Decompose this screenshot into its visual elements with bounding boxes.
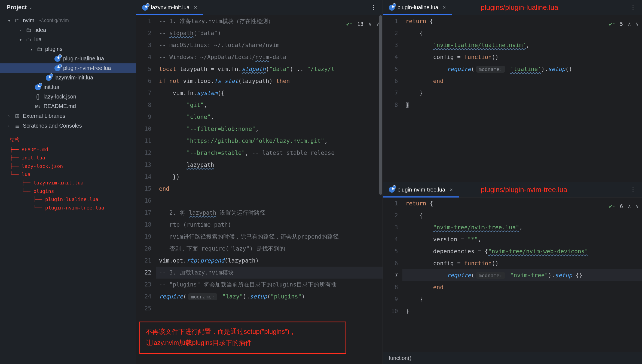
line-number[interactable]: 5 [383,245,398,257]
line-number[interactable]: 7 [136,87,151,99]
code-line[interactable]: { [406,209,642,221]
code-line[interactable]: lazypath [159,159,383,171]
code-line[interactable]: local lazypath = vim.fn.stdpath("data") … [159,63,383,75]
line-number[interactable]: 6 [383,75,398,87]
code-line[interactable]: "https://github.com/folke/lazy.nvim.git"… [159,135,383,147]
breadcrumb-bar[interactable]: function() [383,352,642,364]
editor-right-bottom[interactable]: ✔⁃ 6 ∧ ∨ 12345678910 return { { "nvim-tr… [383,198,642,364]
inspection-badge[interactable]: ✔⁃ 6 ∧ ∨ [609,200,639,212]
line-number[interactable]: 12 [136,147,151,159]
code-line[interactable]: -- [159,195,383,207]
close-icon[interactable]: × [450,187,453,193]
tree-item[interactable]: ›⊞External Libraries [0,111,136,121]
line-number[interactable]: 9 [383,293,398,305]
line-number[interactable]: 8 [383,281,398,293]
line-number[interactable]: 2 [383,209,398,221]
line-number[interactable]: 8 [383,99,398,111]
line-number[interactable]: 24 [136,291,151,303]
tree-arrow-icon[interactable]: ▾ [29,47,34,51]
line-number[interactable]: 1 [383,15,398,27]
code-line[interactable]: vim.opt.rtp:prepend(lazypath) [159,255,383,267]
line-number[interactable]: 17 [136,207,151,219]
line-number[interactable]: 7 [383,87,398,99]
line-number[interactable]: 22 [136,267,151,279]
code-line[interactable]: "--branch=stable", -- latest stable rele… [159,147,383,159]
tab-more-icon[interactable]: ⋮ [365,4,383,11]
project-tool-header[interactable]: Project ⌄ [0,0,136,15]
code-line[interactable]: if not vim.loop.fs_stat(lazypath) then [159,75,383,87]
tree-item[interactable]: ›≣Scratches and Consoles [0,121,136,131]
close-icon[interactable]: × [443,4,446,11]
code-line[interactable]: version = "*", [406,233,642,245]
code-line[interactable]: return { [406,198,642,209]
line-number[interactable]: 13 [136,159,151,171]
nav-up-icon[interactable]: ∧ [628,18,631,30]
code-line[interactable]: require(modname: "lazy").setup("plugins"… [159,291,383,303]
nav-up-icon[interactable]: ∧ [368,18,371,30]
close-icon[interactable]: × [194,4,197,11]
line-number[interactable]: 20 [136,243,151,255]
editor-left[interactable]: ✔⁃ 13 ∧ ∨ 123456789101112131415161718192… [136,15,383,364]
nav-down-icon[interactable]: ∨ [636,18,639,30]
code-line[interactable]: end [406,281,642,293]
editor-right-top[interactable]: ✔⁃ 5 ∧ ∨ 12345678 return { { 'nvim-luali… [383,15,642,182]
line-number[interactable]: 19 [136,231,151,243]
tree-item[interactable]: {}lazy-lock.json [0,92,136,101]
tree-item[interactable]: ▾🗀nvim ~/.config/nvim [0,16,136,25]
code-line[interactable]: "clone", [159,111,383,123]
line-number[interactable]: 23 [136,279,151,291]
tree-item[interactable]: plugin-nvim-tree.lua [0,63,136,73]
code-line[interactable]: config = function() [406,257,642,269]
inspection-badge[interactable]: ✔⁃ 13 ∧ ∨ [346,18,379,30]
line-number[interactable]: 14 [136,171,151,183]
line-number[interactable]: 8 [136,99,151,111]
code-line[interactable] [159,303,383,314]
tree-arrow-icon[interactable]: ▾ [18,38,23,42]
code-line[interactable]: -- nvim进行路径搜索的时候，除已有的路径，还会从prepend的路径 [159,231,383,243]
code-line[interactable]: } [406,305,642,317]
tree-item[interactable]: ▾🗀lua [0,35,136,44]
code-line[interactable]: require(modname: 'lualine').setup() [406,63,642,75]
line-number[interactable]: 4 [383,51,398,63]
line-number[interactable]: 1 [136,15,151,27]
code-line[interactable]: -- Windows: ~/AppData/Local/nvim-data [159,51,383,63]
tab-plugin-lualine[interactable]: plugin-lualine.lua × [383,0,452,15]
tree-item[interactable]: init.lua [0,82,136,92]
tab-more-icon[interactable]: ⋮ [624,4,642,11]
nav-up-icon[interactable]: ∧ [628,200,631,212]
line-number[interactable]: 2 [383,27,398,39]
tree-item[interactable]: ▾🗀plugins [0,44,136,54]
code-line[interactable]: -- rtp (runtime path) [159,219,383,231]
tree-item[interactable]: plugin-lualine.lua [0,54,136,63]
line-number[interactable]: 4 [136,51,151,63]
line-number[interactable]: 18 [136,219,151,231]
code-line[interactable]: vim.fn.system({ [159,87,383,99]
code-line[interactable]: require(modname: "nvim-tree").setup {} [406,269,642,281]
tab-lazynvim-init[interactable]: lazynvim-init.lua × [136,0,203,15]
line-number[interactable]: 10 [136,123,151,135]
code-line[interactable]: 'nvim-lualine/lualine.nvim', [406,39,642,51]
tree-item[interactable]: ›🗀.idea [0,25,136,35]
tree-arrow-icon[interactable]: › [18,28,23,32]
code-line[interactable]: -- 3. 加载lazy.nvim模块 [159,267,383,279]
tree-arrow-icon[interactable]: › [7,114,11,118]
code-line[interactable]: } [406,293,642,305]
project-tree[interactable]: ▾🗀nvim ~/.config/nvim›🗀.idea▾🗀lua▾🗀plugi… [0,15,136,131]
code-line[interactable]: -- macOS/Linux: ~/.local/share/nvim [159,39,383,51]
line-number[interactable]: 3 [383,39,398,51]
line-number[interactable]: 21 [136,255,151,267]
code-line[interactable]: }) [159,171,383,183]
line-number[interactable]: 6 [383,257,398,269]
nav-down-icon[interactable]: ∨ [636,200,639,212]
tab-plugin-nvim-tree[interactable]: plugin-nvim-tree.lua × [383,182,459,197]
code-line[interactable]: } [406,99,642,111]
tab-more-icon[interactable]: ⋮ [624,186,642,193]
code-line[interactable]: } [406,87,642,99]
code-line[interactable]: end [406,75,642,87]
line-number[interactable]: 7 [383,269,398,281]
code-line[interactable]: "nvim-tree/nvim-tree.lua", [406,221,642,233]
tree-item[interactable]: lazynvim-init.lua [0,73,136,82]
line-number[interactable]: 11 [136,135,151,147]
line-number[interactable]: 6 [136,75,151,87]
line-number[interactable]: 2 [136,27,151,39]
